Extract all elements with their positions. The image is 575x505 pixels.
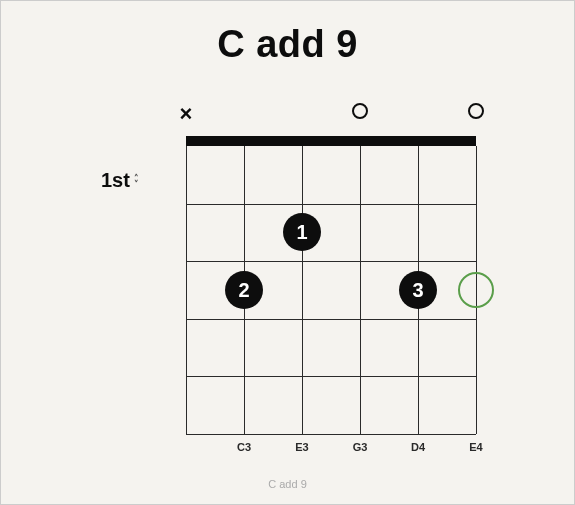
diagram-caption: C add 9 — [1, 478, 574, 490]
note-name-label: C3 — [237, 441, 251, 453]
circle-icon — [352, 103, 368, 119]
fret-line — [186, 204, 476, 205]
circle-icon — [468, 103, 484, 119]
note-name-label: D4 — [411, 441, 425, 453]
mute-indicator: × — [176, 101, 196, 127]
fret-line — [186, 319, 476, 320]
starting-fret-control[interactable]: 1st ˄ ˅ — [101, 169, 139, 192]
x-icon: × — [180, 101, 193, 126]
note-name-label: G3 — [353, 441, 368, 453]
ghost-dot[interactable] — [458, 272, 494, 308]
open-indicator — [350, 101, 370, 124]
finger-dot[interactable]: 3 — [399, 271, 437, 309]
string-line — [302, 146, 303, 434]
fret-stepper-icon[interactable]: ˄ ˅ — [134, 175, 139, 187]
open-indicator — [466, 101, 486, 124]
finger-dot[interactable]: 1 — [283, 213, 321, 251]
starting-fret-label: 1st — [101, 169, 130, 192]
string-line — [360, 146, 361, 434]
fret-line — [186, 261, 476, 262]
nut-bar — [186, 136, 476, 146]
chevron-down-icon: ˅ — [134, 181, 139, 187]
string-line — [186, 146, 187, 434]
finger-dot[interactable]: 2 — [225, 271, 263, 309]
chord-title: C add 9 — [1, 23, 574, 66]
note-name-label: E4 — [469, 441, 482, 453]
note-name-label: E3 — [295, 441, 308, 453]
fret-line — [186, 376, 476, 377]
fret-line — [186, 434, 476, 435]
